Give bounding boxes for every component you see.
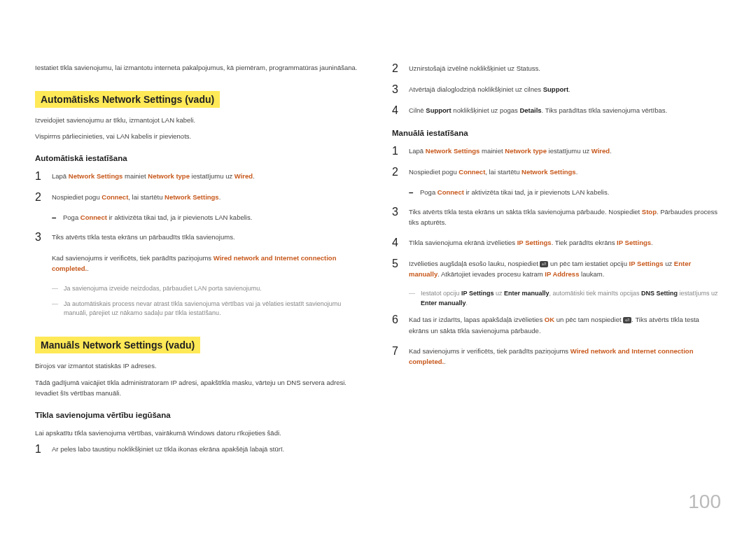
step-body: Tiks atvērts tīkla testa ekrāns un pārba… bbox=[52, 232, 364, 274]
footnote: ―Ja savienojuma izveide neizdodas, pārba… bbox=[52, 284, 364, 294]
step-number: 4 bbox=[392, 237, 400, 248]
step-body: Uznirstošajā izvēlnē noklikšķiniet uz St… bbox=[409, 63, 721, 73]
step-number: 2 bbox=[392, 63, 400, 74]
step-number: 2 bbox=[35, 192, 43, 203]
left-column: Iestatiet tīkla savienojumu, lai izmanto… bbox=[35, 63, 364, 465]
step-number: 3 bbox=[392, 206, 400, 218]
get-values-steps: 1 Ar peles labo taustiņu noklikšķiniet u… bbox=[35, 444, 364, 455]
step-body: Kad savienojums ir verificēts, tiek parā… bbox=[409, 346, 721, 367]
manual-steps-list: 1 Lapā Network Settings mainiet Network … bbox=[392, 146, 721, 178]
intro-text: Iestatiet tīkla savienojumu, lai izmanto… bbox=[35, 63, 364, 73]
step-body: Tīkla savienojuma ekrānā izvēlieties IP … bbox=[409, 237, 721, 248]
step-number: 5 bbox=[392, 258, 400, 269]
auto-desc-1: Izveidojiet savienojumu ar tīklu, izmant… bbox=[35, 115, 364, 125]
step-body: Lapā Network Settings mainiet Network ty… bbox=[409, 146, 721, 156]
step-body: Lapā Network Settings mainiet Network ty… bbox=[52, 171, 364, 181]
step-body: Cilnē Support noklikšķiniet uz pogas Det… bbox=[409, 105, 721, 115]
step-number: 1 bbox=[392, 146, 400, 157]
get-values-steps-cont: 2 Uznirstošajā izvēlnē noklikšķiniet uz … bbox=[392, 63, 721, 116]
sub-note: ‒ Poga Connect ir aktivizēta tikai tad, … bbox=[52, 213, 364, 223]
subhead-get-values: Tīkla savienojuma vērtību iegūšana bbox=[35, 411, 364, 419]
auto-steps-list-cont: 3 Tiks atvērts tīkla testa ekrāns un pār… bbox=[35, 232, 364, 274]
step-number: 3 bbox=[392, 84, 400, 95]
step-body: Nospiediet pogu Connect, lai startētu Ne… bbox=[409, 167, 721, 177]
right-column: 2 Uznirstošajā izvēlnē noklikšķiniet uz … bbox=[392, 63, 721, 465]
subhead-manual-setup: Manuālā iestatīšana bbox=[392, 129, 721, 137]
step-number: 2 bbox=[392, 167, 400, 178]
footnote: ―Ja automātiskais process nevar atrast t… bbox=[52, 300, 364, 319]
step-number: 7 bbox=[392, 346, 400, 357]
page-number: 100 bbox=[688, 491, 721, 513]
manual-steps-list-cont2: 6 Kad tas ir izdarīts, lapas apakšdaļā i… bbox=[392, 314, 721, 367]
heading-manual: Manuāls Network Settings (vadu) bbox=[35, 337, 200, 353]
step-number: 4 bbox=[392, 105, 400, 116]
sub-note: ‒ Poga Connect ir aktivizēta tikai tad, … bbox=[409, 188, 721, 198]
footnote: ― Iestatot opciju IP Settings uz Enter m… bbox=[409, 289, 721, 309]
step-number: 3 bbox=[35, 232, 43, 243]
get-values-desc: Lai apskatītu tīkla savienojuma vērtības… bbox=[35, 428, 364, 438]
auto-steps-list: 1 Lapā Network Settings mainiet Network … bbox=[35, 171, 364, 203]
step-number: 1 bbox=[35, 444, 43, 455]
manual-desc-1: Birojos var izmantot statiskās IP adrese… bbox=[35, 360, 364, 371]
enter-key-icon: ⏎ bbox=[540, 261, 548, 267]
manual-steps-list-cont: 3 Tiks atvērts tīkla testa ekrāns un sāk… bbox=[392, 206, 721, 280]
manual-desc-2: Tādā gadījumā vaicājiet tīkla administra… bbox=[35, 377, 364, 398]
step-body: Atvērtajā dialoglodziņā noklikšķiniet uz… bbox=[409, 84, 721, 94]
step-body: Ar peles labo taustiņu noklikšķiniet uz … bbox=[52, 444, 364, 454]
step-body: Nospiediet pogu Connect, lai startētu Ne… bbox=[52, 192, 364, 202]
heading-auto: Automātisks Network Settings (vadu) bbox=[35, 91, 220, 108]
auto-desc-2: Vispirms pārliecinieties, vai LAN kabeli… bbox=[35, 131, 364, 141]
subhead-auto-setup: Automātiskā iestatīšana bbox=[35, 154, 364, 162]
step-body: Tiks atvērts tīkla testa ekrāns un sākta… bbox=[409, 206, 721, 227]
step-body: Izvēlieties augšdaļā esošo lauku, nospie… bbox=[409, 258, 721, 279]
enter-key-icon: ⏎ bbox=[623, 317, 631, 323]
step-number: 6 bbox=[392, 314, 400, 325]
step-number: 1 bbox=[35, 171, 43, 182]
step-body: Kad tas ir izdarīts, lapas apakšdaļā izv… bbox=[409, 314, 721, 335]
